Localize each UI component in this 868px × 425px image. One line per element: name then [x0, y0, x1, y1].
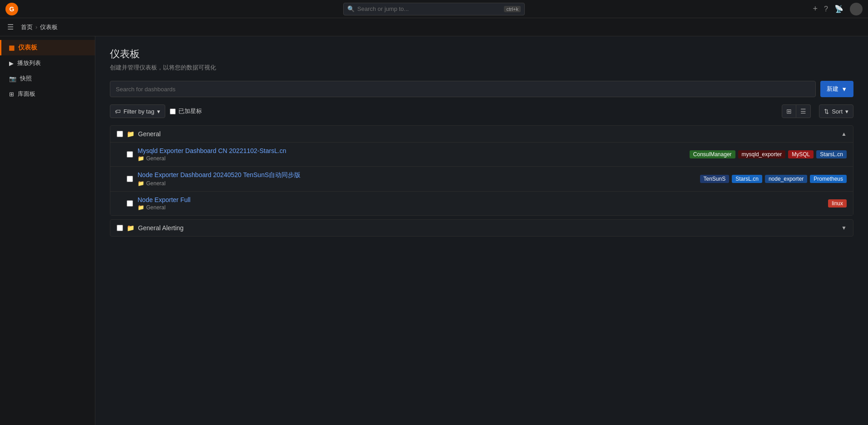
- tag-icon: 🏷: [115, 108, 121, 115]
- tag-consulmanager[interactable]: ConsulManager: [690, 150, 735, 158]
- item-tags-3: linux: [828, 199, 847, 208]
- item-name-2[interactable]: Node Exporter Dashboard 20240520 TenSunS…: [138, 171, 695, 179]
- avatar[interactable]: [850, 3, 863, 15]
- topnav: G 🔍 Search or jump to... ctrl+k + ? 📡: [0, 0, 868, 18]
- item-folder-icon-1: 📁: [138, 155, 144, 162]
- folder-general: 📁 General ▲ Mysqld Exporter Dashboard CN…: [110, 125, 853, 216]
- new-button-label: 新建: [827, 85, 838, 93]
- item-folder-icon-2: 📁: [138, 180, 144, 187]
- folder-general-alerting: 📁 General Alerting ▼: [110, 219, 853, 237]
- tag-mysql[interactable]: MySQL: [788, 150, 814, 158]
- sidebar-section-label: 仪表板: [18, 44, 37, 52]
- folder-alerting-chevron: ▼: [841, 225, 847, 231]
- item-info-3: Node Exporter Full 📁 General: [138, 196, 824, 211]
- breadcrumb-bar: ☰ 首页 › 仪表板: [0, 18, 868, 36]
- notifications-icon[interactable]: 📡: [834, 5, 843, 13]
- search-shortcut: ctrl+k: [504, 6, 521, 12]
- folder-general-checkbox[interactable]: [117, 131, 123, 137]
- view-toggle: ⊞ ☰: [782, 104, 811, 118]
- sort-button[interactable]: ⇅ Sort ▾: [819, 104, 853, 118]
- item-folder-text-1: General: [146, 155, 166, 162]
- item-name-3[interactable]: Node Exporter Full: [138, 196, 824, 203]
- add-icon[interactable]: +: [813, 4, 818, 14]
- hamburger-icon[interactable]: ☰: [7, 23, 14, 31]
- dashboard-search-input[interactable]: [110, 81, 816, 97]
- folder-icon-alerting: 📁: [127, 224, 134, 232]
- list-view-button[interactable]: ☰: [796, 104, 811, 118]
- sort-label: Sort: [832, 108, 843, 115]
- folder-alerting-checkbox[interactable]: [117, 225, 123, 231]
- main-layout: ▦ 仪表板 ▶ 播放列表 📷 快照 ⊞ 库面板 仪表板 创建并管理仪表板，以将您…: [0, 36, 868, 425]
- card-view-button[interactable]: ⊞: [782, 104, 796, 118]
- folder-general-chevron: ▲: [841, 131, 847, 137]
- tag-starsl-cn-1[interactable]: StarsL.cn: [816, 150, 847, 158]
- sidebar-item-snapshots[interactable]: 📷 快照: [0, 71, 95, 86]
- item-name-1[interactable]: Mysqld Exporter Dashboard CN 20221102-St…: [138, 147, 685, 154]
- main-content: 仪表板 创建并管理仪表板，以将您的数据可视化 新建 ▼ 🏷 Filter by …: [95, 36, 868, 425]
- search-icon: 🔍: [347, 5, 355, 12]
- tag-linux[interactable]: linux: [828, 199, 847, 208]
- page-subtitle: 创建并管理仪表板，以将您的数据可视化: [110, 64, 853, 72]
- dashboard-item: Node Exporter Dashboard 20240520 TenSunS…: [110, 167, 853, 192]
- item-folder-icon-3: 📁: [138, 204, 144, 211]
- sidebar-item-library-panels[interactable]: ⊞ 库面板: [0, 86, 95, 102]
- playlists-icon: ▶: [9, 60, 14, 67]
- starred-label: 已加星标: [178, 107, 202, 115]
- filter-row: 🏷 Filter by tag ▾ 已加星标 ⊞ ☰ ⇅ Sort ▾: [110, 104, 853, 118]
- help-icon[interactable]: ?: [824, 5, 828, 13]
- item-checkbox-1[interactable]: [127, 151, 133, 158]
- item-info-2: Node Exporter Dashboard 20240520 TenSunS…: [138, 171, 695, 187]
- item-folder-text-2: General: [146, 180, 166, 187]
- topnav-left: G: [5, 3, 18, 15]
- starred-checkbox[interactable]: [170, 109, 176, 114]
- topnav-right: + ? 📡: [813, 3, 863, 15]
- tag-tensuns[interactable]: TenSunS: [700, 175, 730, 183]
- sidebar-item-label-playlists: 播放列表: [17, 59, 41, 67]
- sidebar-section-dashboards[interactable]: ▦ 仪表板: [0, 40, 95, 55]
- library-icon: ⊞: [9, 91, 14, 98]
- starred-filter[interactable]: 已加星标: [170, 107, 202, 115]
- folder-alerting-name: General Alerting: [138, 224, 838, 232]
- tag-mysqld-exporter[interactable]: mysqld_exporter: [738, 150, 786, 158]
- folder-general-header[interactable]: 📁 General ▲: [110, 126, 853, 143]
- list-view-icon: ☰: [800, 108, 806, 115]
- new-dashboard-button[interactable]: 新建 ▼: [820, 81, 853, 97]
- dashboard-item: Mysqld Exporter Dashboard CN 20221102-St…: [110, 143, 853, 167]
- breadcrumb-home[interactable]: 首页: [21, 23, 33, 31]
- global-search-bar[interactable]: 🔍 Search or jump to... ctrl+k: [343, 3, 525, 15]
- filter-tag-chevron: ▾: [157, 108, 160, 115]
- breadcrumb-sep: ›: [35, 24, 37, 30]
- item-folder-2: 📁 General: [138, 180, 695, 187]
- item-checkbox-2[interactable]: [127, 176, 133, 182]
- sort-chevron: ▾: [845, 108, 848, 115]
- topnav-center: 🔍 Search or jump to... ctrl+k: [343, 3, 525, 15]
- item-folder-3: 📁 General: [138, 204, 824, 211]
- dashboard-list: 📁 General ▲ Mysqld Exporter Dashboard CN…: [110, 125, 853, 237]
- dashboards-icon: ▦: [9, 44, 15, 51]
- item-tags-2: TenSunS StarsL.cn node_exporter Promethe…: [700, 175, 847, 183]
- breadcrumb-current: 仪表板: [40, 23, 58, 31]
- dashboard-item: Node Exporter Full 📁 General linux: [110, 192, 853, 215]
- card-view-icon: ⊞: [786, 108, 792, 115]
- new-button-chevron: ▼: [841, 86, 847, 93]
- page-title: 仪表板: [110, 47, 853, 61]
- sidebar-item-playlists[interactable]: ▶ 播放列表: [0, 55, 95, 71]
- folder-icon-general: 📁: [127, 130, 134, 138]
- sidebar: ▦ 仪表板 ▶ 播放列表 📷 快照 ⊞ 库面板: [0, 36, 95, 425]
- tag-prometheus[interactable]: Prometheus: [810, 175, 847, 183]
- filter-by-tag-button[interactable]: 🏷 Filter by tag ▾: [110, 104, 165, 118]
- grafana-logo[interactable]: G: [5, 3, 18, 15]
- sidebar-item-label-snapshots: 快照: [20, 74, 32, 83]
- tag-starsl-cn-2[interactable]: StarsL.cn: [732, 175, 762, 183]
- item-folder-text-3: General: [146, 204, 166, 211]
- folder-alerting-header[interactable]: 📁 General Alerting ▼: [110, 220, 853, 236]
- tag-node-exporter[interactable]: node_exporter: [765, 175, 807, 183]
- snapshots-icon: 📷: [9, 75, 16, 82]
- sort-icon: ⇅: [824, 108, 829, 115]
- sidebar-item-label-library: 库面板: [18, 90, 35, 98]
- item-tags-1: ConsulManager mysqld_exporter MySQL Star…: [690, 150, 847, 158]
- folder-general-name: General: [138, 130, 838, 138]
- item-checkbox-3[interactable]: [127, 200, 133, 207]
- filter-tag-label: Filter by tag: [123, 108, 154, 115]
- item-folder-1: 📁 General: [138, 155, 685, 162]
